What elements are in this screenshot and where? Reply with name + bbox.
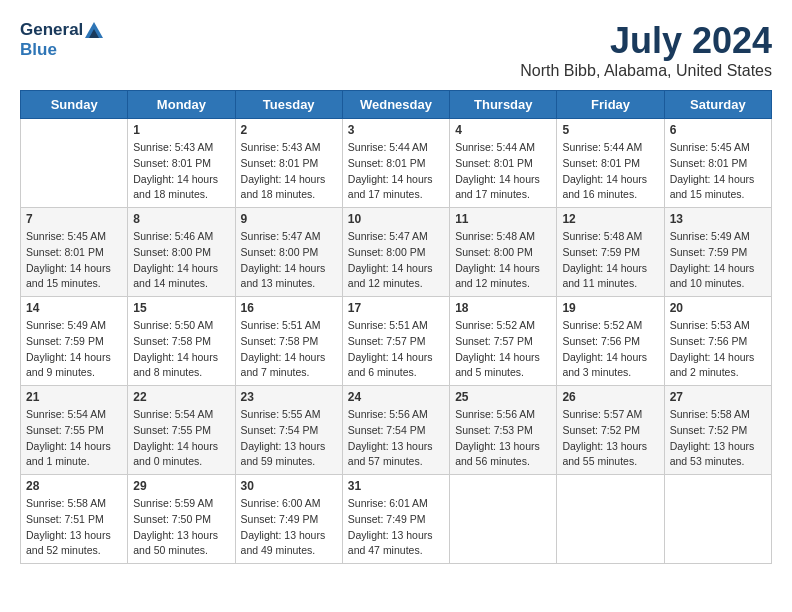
logo-general: General <box>20 20 83 40</box>
calendar-week-4: 21Sunrise: 5:54 AMSunset: 7:55 PMDayligh… <box>21 386 772 475</box>
day-info-line: Daylight: 14 hours <box>26 351 111 363</box>
calendar-cell: 3Sunrise: 5:44 AMSunset: 8:01 PMDaylight… <box>342 119 449 208</box>
calendar-cell: 12Sunrise: 5:48 AMSunset: 7:59 PMDayligh… <box>557 208 664 297</box>
day-info-line: and 10 minutes. <box>670 277 745 289</box>
day-info-line: Sunset: 8:00 PM <box>455 246 533 258</box>
day-info-line: Sunset: 7:54 PM <box>348 424 426 436</box>
day-info-line: Sunset: 8:01 PM <box>670 157 748 169</box>
calendar-cell <box>557 475 664 564</box>
day-number: 9 <box>241 212 337 226</box>
day-info-line: Sunrise: 5:43 AM <box>241 141 321 153</box>
calendar-cell <box>21 119 128 208</box>
logo-blue: Blue <box>20 40 57 60</box>
day-info-line: Sunset: 8:00 PM <box>241 246 319 258</box>
day-info-line: Sunset: 7:59 PM <box>562 246 640 258</box>
day-content: Sunrise: 5:57 AMSunset: 7:52 PMDaylight:… <box>562 407 658 470</box>
day-info-line: Sunrise: 5:59 AM <box>133 497 213 509</box>
day-info-line: Daylight: 13 hours <box>241 440 326 452</box>
day-content: Sunrise: 5:44 AMSunset: 8:01 PMDaylight:… <box>562 140 658 203</box>
day-number: 11 <box>455 212 551 226</box>
day-number: 16 <box>241 301 337 315</box>
day-number: 30 <box>241 479 337 493</box>
day-content: Sunrise: 5:47 AMSunset: 8:00 PMDaylight:… <box>348 229 444 292</box>
day-info-line: Sunset: 7:51 PM <box>26 513 104 525</box>
day-info-line: Sunset: 8:01 PM <box>562 157 640 169</box>
day-info-line: Daylight: 14 hours <box>241 351 326 363</box>
day-number: 29 <box>133 479 229 493</box>
day-info-line: Sunrise: 5:47 AM <box>241 230 321 242</box>
day-info-line: Sunrise: 5:56 AM <box>348 408 428 420</box>
day-info-line: Sunrise: 5:43 AM <box>133 141 213 153</box>
day-info-line: Daylight: 13 hours <box>348 529 433 541</box>
calendar-cell: 20Sunrise: 5:53 AMSunset: 7:56 PMDayligh… <box>664 297 771 386</box>
day-content: Sunrise: 5:45 AMSunset: 8:01 PMDaylight:… <box>670 140 766 203</box>
day-content: Sunrise: 5:58 AMSunset: 7:52 PMDaylight:… <box>670 407 766 470</box>
day-number: 1 <box>133 123 229 137</box>
day-info-line: and 15 minutes. <box>26 277 101 289</box>
day-info-line: Sunrise: 5:51 AM <box>241 319 321 331</box>
day-info-line: and 50 minutes. <box>133 544 208 556</box>
day-content: Sunrise: 5:48 AMSunset: 7:59 PMDaylight:… <box>562 229 658 292</box>
day-info-line: Sunset: 8:01 PM <box>455 157 533 169</box>
calendar-cell: 19Sunrise: 5:52 AMSunset: 7:56 PMDayligh… <box>557 297 664 386</box>
day-info-line: Daylight: 13 hours <box>455 440 540 452</box>
day-info-line: Sunset: 7:56 PM <box>670 335 748 347</box>
day-info-line: Sunrise: 5:44 AM <box>562 141 642 153</box>
day-info-line: and 12 minutes. <box>455 277 530 289</box>
day-number: 10 <box>348 212 444 226</box>
day-info-line: Daylight: 14 hours <box>26 262 111 274</box>
day-info-line: and 16 minutes. <box>562 188 637 200</box>
day-content: Sunrise: 5:58 AMSunset: 7:51 PMDaylight:… <box>26 496 122 559</box>
day-info-line: and 15 minutes. <box>670 188 745 200</box>
day-info-line: Daylight: 14 hours <box>670 173 755 185</box>
day-info-line: Sunset: 8:01 PM <box>348 157 426 169</box>
day-info-line: Sunset: 7:56 PM <box>562 335 640 347</box>
day-info-line: Daylight: 14 hours <box>670 351 755 363</box>
day-number: 19 <box>562 301 658 315</box>
day-info-line: Sunset: 7:57 PM <box>455 335 533 347</box>
day-number: 25 <box>455 390 551 404</box>
day-info-line: Sunset: 8:01 PM <box>133 157 211 169</box>
calendar-cell: 29Sunrise: 5:59 AMSunset: 7:50 PMDayligh… <box>128 475 235 564</box>
day-info-line: and 17 minutes. <box>348 188 423 200</box>
day-info-line: Sunrise: 5:48 AM <box>562 230 642 242</box>
calendar-cell: 15Sunrise: 5:50 AMSunset: 7:58 PMDayligh… <box>128 297 235 386</box>
day-info-line: and 11 minutes. <box>562 277 637 289</box>
day-number: 4 <box>455 123 551 137</box>
calendar-cell: 14Sunrise: 5:49 AMSunset: 7:59 PMDayligh… <box>21 297 128 386</box>
day-number: 31 <box>348 479 444 493</box>
calendar-cell: 8Sunrise: 5:46 AMSunset: 8:00 PMDaylight… <box>128 208 235 297</box>
day-info-line: Sunrise: 5:44 AM <box>455 141 535 153</box>
day-info-line: Daylight: 14 hours <box>455 351 540 363</box>
day-info-line: Daylight: 14 hours <box>241 262 326 274</box>
day-info-line: Sunset: 7:52 PM <box>670 424 748 436</box>
day-info-line: Daylight: 14 hours <box>670 262 755 274</box>
day-info-line: Daylight: 14 hours <box>562 173 647 185</box>
day-info-line: Daylight: 14 hours <box>348 262 433 274</box>
day-info-line: and 47 minutes. <box>348 544 423 556</box>
calendar-cell: 13Sunrise: 5:49 AMSunset: 7:59 PMDayligh… <box>664 208 771 297</box>
day-info-line: and 53 minutes. <box>670 455 745 467</box>
day-info-line: and 7 minutes. <box>241 366 310 378</box>
day-info-line: Sunrise: 5:44 AM <box>348 141 428 153</box>
calendar-cell: 16Sunrise: 5:51 AMSunset: 7:58 PMDayligh… <box>235 297 342 386</box>
day-info-line: Sunset: 7:58 PM <box>241 335 319 347</box>
calendar-week-5: 28Sunrise: 5:58 AMSunset: 7:51 PMDayligh… <box>21 475 772 564</box>
calendar-cell: 26Sunrise: 5:57 AMSunset: 7:52 PMDayligh… <box>557 386 664 475</box>
day-content: Sunrise: 5:55 AMSunset: 7:54 PMDaylight:… <box>241 407 337 470</box>
day-info-line: and 9 minutes. <box>26 366 95 378</box>
day-info-line: Sunrise: 5:51 AM <box>348 319 428 331</box>
day-info-line: Daylight: 14 hours <box>26 440 111 452</box>
day-content: Sunrise: 5:48 AMSunset: 8:00 PMDaylight:… <box>455 229 551 292</box>
day-info-line: Sunset: 7:58 PM <box>133 335 211 347</box>
title-section: July 2024 North Bibb, Alabama, United St… <box>520 20 772 80</box>
day-header-monday: Monday <box>128 91 235 119</box>
calendar-cell: 9Sunrise: 5:47 AMSunset: 8:00 PMDaylight… <box>235 208 342 297</box>
day-content: Sunrise: 5:51 AMSunset: 7:58 PMDaylight:… <box>241 318 337 381</box>
day-info-line: Daylight: 14 hours <box>133 351 218 363</box>
day-info-line: Sunset: 7:54 PM <box>241 424 319 436</box>
calendar-cell: 22Sunrise: 5:54 AMSunset: 7:55 PMDayligh… <box>128 386 235 475</box>
day-info-line: Daylight: 14 hours <box>133 440 218 452</box>
day-info-line: Sunset: 8:00 PM <box>133 246 211 258</box>
calendar-cell: 28Sunrise: 5:58 AMSunset: 7:51 PMDayligh… <box>21 475 128 564</box>
